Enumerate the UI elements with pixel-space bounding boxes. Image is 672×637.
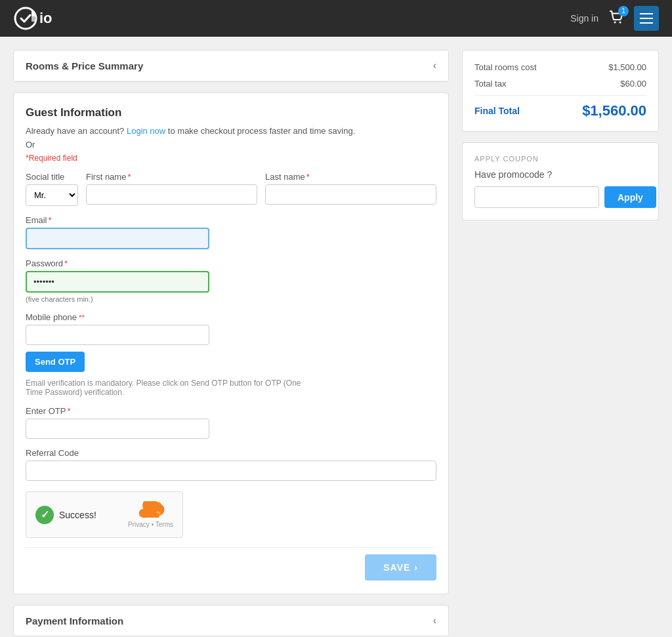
first-name-input[interactable]	[86, 184, 257, 205]
send-otp-wrapper: Send OTP	[26, 352, 436, 376]
cf-privacy-text: Privacy • Terms	[128, 521, 173, 528]
logo-text: io	[39, 10, 52, 27]
login-prompt-before: Already have an account?	[26, 126, 124, 136]
tax-value: $60.00	[620, 79, 646, 89]
or-text: Or	[26, 140, 436, 150]
header: io Sign in 1	[0, 0, 672, 37]
social-title-label: Social title	[26, 172, 78, 182]
rooms-cost-label: Total rooms cost	[474, 62, 537, 72]
cart-badge: 1	[618, 6, 629, 16]
final-total-value: $1,560.00	[582, 102, 646, 119]
enter-otp-group: Enter OTP*	[26, 406, 436, 439]
coupon-promo-label: Have promocode ?	[474, 169, 646, 180]
first-name-label: First name*	[86, 172, 257, 182]
final-total-label: Final Total	[474, 106, 520, 116]
referral-label: Referral Code	[26, 448, 436, 458]
signin-link[interactable]: Sign in	[570, 13, 598, 24]
otp-hint: Email verification is mandatory. Please …	[26, 379, 301, 397]
email-input[interactable]	[26, 228, 209, 249]
password-group: Password*	[26, 258, 436, 293]
apply-button[interactable]: Apply	[604, 186, 656, 208]
svg-point-4	[620, 21, 621, 23]
rooms-section-title: Rooms & Price Summary	[26, 60, 143, 72]
guest-info-card: Guest Information Already have an accoun…	[13, 92, 449, 594]
mobile-label: Mobile phone **	[26, 312, 436, 322]
password-input[interactable]	[26, 271, 209, 293]
email-group: Email*	[26, 215, 436, 249]
cloudflare-logo-area: Privacy • Terms	[128, 501, 173, 528]
send-otp-button[interactable]: Send OTP	[26, 352, 85, 372]
final-total-row: Final Total $1,560.00	[474, 102, 646, 119]
mobile-input[interactable]	[26, 325, 209, 345]
referral-input[interactable]	[26, 461, 436, 481]
main-container: Rooms & Price Summary ‹ Guest Informatio…	[0, 37, 672, 637]
last-name-group: Last name*	[265, 172, 436, 206]
cart-button[interactable]: 1	[609, 10, 623, 28]
coupon-section-label: APPLY COUPON	[474, 155, 646, 163]
password-hint: (five characters min.)	[26, 295, 436, 303]
rooms-price-card: Rooms & Price Summary ‹	[13, 50, 449, 82]
last-name-label: Last name*	[265, 172, 436, 182]
menu-bar-2	[640, 18, 653, 19]
header-right: Sign in 1	[570, 6, 659, 31]
coupon-row: Apply	[474, 186, 646, 208]
mobile-phone-group: Mobile phone **	[26, 312, 436, 345]
payment-card: Payment Information ‹	[13, 605, 449, 636]
coupon-input[interactable]	[474, 186, 599, 208]
captcha-success-text: Success!	[59, 510, 96, 520]
tax-row: Total tax $60.00	[474, 79, 646, 89]
last-name-input[interactable]	[265, 184, 436, 205]
svg-point-3	[614, 21, 616, 23]
payment-title: Payment Information	[26, 615, 123, 627]
password-label: Password*	[26, 258, 436, 268]
save-label: SAVE	[383, 562, 410, 573]
check-circle-icon: ✓	[35, 506, 54, 524]
enter-otp-input[interactable]	[26, 419, 209, 439]
payment-header: Payment Information ‹	[14, 606, 448, 636]
enter-otp-label: Enter OTP*	[26, 406, 436, 416]
tax-label: Total tax	[474, 79, 506, 89]
coupon-card: APPLY COUPON Have promocode ? Apply	[462, 142, 659, 220]
payment-chevron-icon[interactable]: ‹	[433, 615, 436, 627]
referral-group: Referral Code	[26, 448, 436, 481]
rooms-cost-row: Total rooms cost $1,500.00	[474, 62, 646, 72]
left-column: Rooms & Price Summary ‹ Guest Informatio…	[13, 50, 449, 636]
email-label: Email*	[26, 215, 436, 225]
menu-button[interactable]	[634, 6, 659, 31]
login-prompt: Already have an account? Login now to ma…	[26, 126, 436, 136]
svg-rect-2	[32, 11, 35, 16]
price-summary-card: Total rooms cost $1,500.00 Total tax $60…	[462, 50, 659, 132]
required-note: *Required field	[26, 154, 436, 163]
menu-bar-1	[640, 13, 653, 14]
save-button[interactable]: SAVE ›	[365, 554, 436, 581]
login-now-link[interactable]: Login now	[127, 126, 165, 136]
menu-bar-3	[640, 22, 653, 24]
rooms-cost-value: $1,500.00	[608, 62, 646, 72]
login-prompt-after: to make checkout process faster and time…	[168, 126, 355, 136]
first-name-group: First name*	[86, 172, 257, 206]
captcha-success: ✓ Success!	[35, 506, 96, 524]
save-chevron-icon: ›	[414, 562, 418, 573]
guest-info-title: Guest Information	[26, 106, 436, 119]
price-divider	[474, 95, 646, 96]
rooms-section-header: Rooms & Price Summary ‹	[14, 51, 448, 81]
rooms-chevron-icon[interactable]: ‹	[433, 60, 436, 72]
name-row: Social title Mr. Ms. Mrs. Dr. First name…	[26, 172, 436, 206]
right-column: Total rooms cost $1,500.00 Total tax $60…	[462, 50, 659, 636]
guest-info-body: Guest Information Already have an accoun…	[14, 93, 448, 594]
logo[interactable]: io	[13, 6, 52, 31]
cloudflare-logo-icon	[135, 501, 167, 521]
captcha-area: ✓ Success! Privacy • Terms	[26, 491, 183, 538]
form-footer: SAVE ›	[26, 547, 436, 581]
social-title-select[interactable]: Mr. Ms. Mrs. Dr.	[26, 184, 78, 206]
social-title-group: Social title Mr. Ms. Mrs. Dr.	[26, 172, 78, 206]
